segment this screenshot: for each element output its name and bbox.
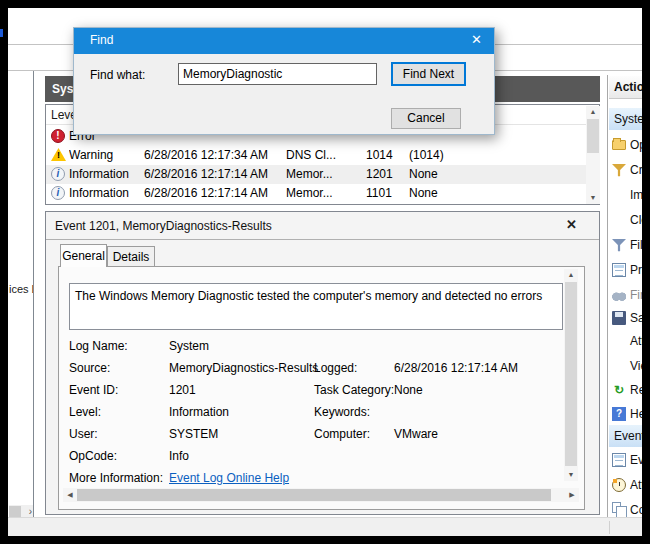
scroll-right-icon[interactable]: ▶ bbox=[565, 488, 579, 502]
cell-source: DNS Cl... bbox=[286, 148, 361, 162]
scroll-down-icon[interactable]: ▼ bbox=[586, 192, 600, 204]
cell-level: Warning bbox=[69, 148, 144, 162]
warning-icon: ! bbox=[51, 148, 66, 161]
console-tree-panel[interactable]: ices Lo › bbox=[8, 71, 34, 523]
cell-source: Memor... bbox=[286, 167, 361, 181]
event-details-header: Event 1201, MemoryDiagnostics-Results ✕ bbox=[46, 212, 599, 240]
status-bar bbox=[8, 517, 642, 536]
copy-icon bbox=[612, 502, 621, 513]
tab-details[interactable]: Details bbox=[107, 246, 155, 267]
cell-date: 6/28/2016 12:17:34 AM bbox=[144, 148, 284, 162]
event-message: The Windows Memory Diagnostic tested the… bbox=[75, 289, 557, 303]
cell-date: 6/28/2016 12:17:14 AM bbox=[144, 167, 284, 181]
action-event-properties[interactable]: Eve bbox=[609, 449, 642, 471]
details-horizontal-scrollbar[interactable]: ◀ ▶ bbox=[63, 488, 579, 502]
action-open-saved-log[interactable]: Op bbox=[609, 134, 642, 156]
find-what-input[interactable] bbox=[178, 63, 377, 85]
cell-source: Memor... bbox=[286, 186, 361, 200]
cell-date: 6/28/2016 12:17:14 AM bbox=[144, 186, 284, 200]
table-row[interactable]: ! Warning 6/28/2016 12:17:34 AM DNS Cl..… bbox=[46, 146, 586, 165]
scrollbar-thumb[interactable] bbox=[77, 489, 551, 501]
close-icon[interactable]: ✕ bbox=[471, 32, 482, 47]
scroll-down-icon[interactable]: ▼ bbox=[564, 469, 578, 481]
table-row[interactable]: i Information 6/28/2016 12:17:14 AM Memo… bbox=[46, 184, 586, 203]
action-view[interactable]: Vie bbox=[609, 355, 642, 377]
actions-panel-title: Actions bbox=[609, 76, 642, 99]
find-what-label: Find what: bbox=[90, 68, 145, 82]
scroll-up-icon[interactable]: ▲ bbox=[564, 269, 578, 281]
cell-task-category: (1014) bbox=[409, 148, 489, 162]
cell-event-id: 1101 bbox=[366, 186, 406, 200]
open-folder-icon bbox=[612, 140, 626, 150]
error-icon: ! bbox=[51, 129, 65, 143]
actions-panel: Actions System Op Cre Im Cle Filt bbox=[607, 75, 642, 523]
action-refresh[interactable]: ↻ Ref bbox=[609, 379, 642, 401]
filter-icon bbox=[612, 238, 626, 252]
screenshot-root: ices Lo › System Level Date and Time Sou… bbox=[0, 0, 650, 544]
close-icon[interactable]: ✕ bbox=[566, 217, 577, 232]
find-dialog-titlebar[interactable]: Find ✕ bbox=[74, 28, 494, 54]
table-row-selected[interactable]: i Information 6/28/2016 12:17:14 AM Memo… bbox=[46, 165, 586, 184]
event-list-scrollbar[interactable]: ▲ ▼ bbox=[586, 106, 600, 204]
event-log-online-help-link[interactable]: Event Log Online Help bbox=[169, 471, 289, 485]
details-vertical-scrollbar[interactable]: ▲ ▼ bbox=[564, 269, 578, 481]
information-icon: i bbox=[51, 167, 65, 181]
cell-task-category: None bbox=[409, 186, 489, 200]
event-properties-icon bbox=[612, 453, 626, 467]
cell-task-category: None bbox=[409, 167, 489, 181]
action-import-custom-view[interactable]: Im bbox=[609, 184, 642, 206]
save-icon bbox=[612, 311, 626, 325]
action-attach-task-to-event[interactable]: Att bbox=[609, 474, 642, 496]
refresh-icon: ↻ bbox=[612, 383, 626, 397]
scroll-up-icon[interactable]: ▲ bbox=[586, 106, 600, 118]
cell-level: Information bbox=[69, 167, 144, 181]
find-next-button[interactable]: Find Next bbox=[391, 62, 466, 86]
action-find[interactable]: Fin bbox=[609, 284, 642, 306]
find-icon bbox=[612, 288, 626, 302]
cancel-button[interactable]: Cancel bbox=[391, 108, 461, 129]
find-dialog-title: Find bbox=[90, 33, 113, 47]
tab-general[interactable]: General bbox=[60, 244, 107, 267]
create-filter-icon bbox=[612, 163, 626, 177]
event-details-pane: Event 1201, MemoryDiagnostics-Results ✕ … bbox=[45, 211, 600, 515]
action-filter-current-log[interactable]: Filt bbox=[609, 234, 642, 256]
action-create-custom-view[interactable]: Cre bbox=[609, 159, 642, 181]
help-icon: ? bbox=[612, 407, 626, 421]
information-icon: i bbox=[51, 186, 65, 200]
cell-event-id: 1201 bbox=[366, 167, 406, 181]
tree-item-label-fragment[interactable]: ices Lo bbox=[9, 283, 34, 295]
scrollbar-thumb[interactable] bbox=[565, 282, 577, 466]
action-clear-log[interactable]: Cle bbox=[609, 209, 642, 231]
properties-icon bbox=[612, 263, 626, 277]
action-save-all-events-as[interactable]: Sav bbox=[609, 307, 642, 329]
scrollbar-thumb[interactable] bbox=[587, 119, 599, 153]
attach-task-icon bbox=[612, 478, 626, 492]
status-bar-divider bbox=[609, 521, 610, 534]
action-properties[interactable]: Pro bbox=[609, 259, 642, 281]
find-dialog: Find ✕ Find what: Find Next Cancel bbox=[73, 27, 495, 135]
event-details-title: Event 1201, MemoryDiagnostics-Results bbox=[55, 219, 272, 233]
general-tab-page: The Windows Memory Diagnostic tested the… bbox=[58, 266, 585, 510]
action-attach-task-to-log[interactable]: Att bbox=[609, 330, 642, 352]
scroll-left-icon[interactable]: ◀ bbox=[63, 488, 77, 502]
window-fragment bbox=[0, 29, 3, 37]
action-help[interactable]: ? He bbox=[609, 403, 642, 425]
actions-group-event[interactable]: Event 1 bbox=[609, 425, 642, 447]
event-message-box[interactable]: The Windows Memory Diagnostic tested the… bbox=[69, 283, 563, 330]
actions-group-system[interactable]: System bbox=[609, 108, 642, 130]
cell-level: Information bbox=[69, 186, 144, 200]
cell-event-id: 1014 bbox=[366, 148, 406, 162]
